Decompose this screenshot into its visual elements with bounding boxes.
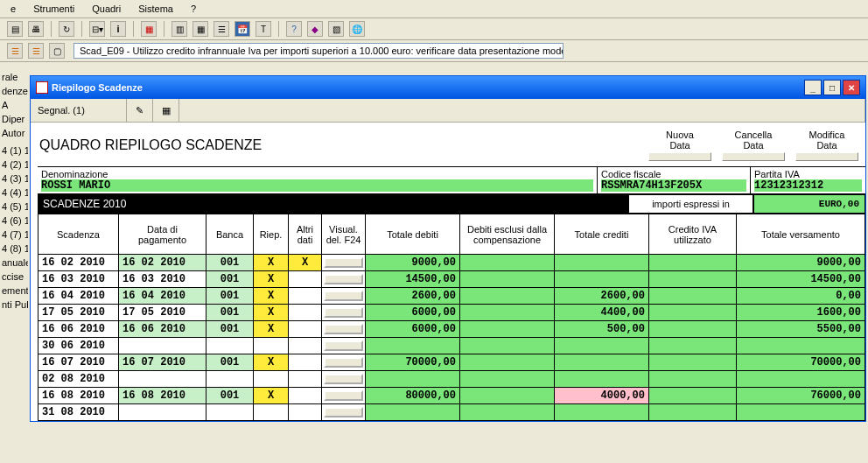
cell (366, 371, 460, 388)
f24-button[interactable] (324, 257, 363, 268)
table-row[interactable]: 17 05 201017 05 2010001X6000,004400,0016… (38, 305, 865, 321)
menu-item[interactable]: Strumenti (30, 2, 78, 16)
close-button[interactable]: ✕ (843, 80, 860, 95)
side-item[interactable]: nti Pub (0, 298, 28, 312)
cell (322, 321, 366, 338)
denom-value: ROSSI MARIO (41, 179, 593, 192)
cell (322, 404, 366, 421)
sheet-icon[interactable]: ▦ (192, 21, 208, 37)
table-row[interactable]: 16 06 201016 06 2010001X6000,00500,00550… (38, 321, 865, 338)
cell (555, 255, 649, 271)
f24-button[interactable] (324, 274, 363, 284)
side-item[interactable]: 4 (8) 1 (0, 242, 28, 256)
f24-button[interactable] (324, 324, 363, 334)
menu-item[interactable]: Quadri (88, 2, 124, 16)
table-row[interactable]: 31 08 2010 (38, 404, 865, 421)
cell (460, 371, 555, 388)
cancella-data-button[interactable]: CancellaData (722, 130, 785, 161)
cell: 16 04 2010 (119, 288, 206, 305)
lines2-icon[interactable]: ☰ (28, 43, 44, 59)
book-icon[interactable]: ◆ (307, 21, 323, 37)
side-item[interactable]: denze (0, 84, 28, 98)
lines-icon[interactable]: ☰ (7, 43, 23, 59)
f24-button[interactable] (324, 307, 363, 318)
side-item[interactable]: A (0, 98, 28, 112)
cell (289, 288, 322, 305)
new-icon[interactable]: ▤ (7, 21, 23, 37)
cell (555, 371, 649, 388)
table-row[interactable]: 16 04 201016 04 2010001X2600,002600,000,… (38, 288, 865, 305)
cell (460, 338, 555, 354)
side-item[interactable]: 4 (5) 1 (0, 200, 28, 214)
cell (289, 404, 322, 421)
table-row[interactable]: 16 03 201016 03 2010001X14500,0014500,00 (38, 271, 865, 288)
table-icon[interactable]: ▦ (141, 21, 157, 37)
f24-button[interactable] (324, 291, 363, 301)
menu-item[interactable]: e (7, 2, 19, 16)
f24-button[interactable] (324, 357, 363, 368)
cell: 001 (206, 271, 254, 288)
box-icon[interactable]: ▢ (49, 43, 65, 59)
cf-value: RSSMRA74H13F205X (601, 179, 746, 192)
cell (649, 354, 737, 371)
refresh-icon[interactable]: ↻ (59, 21, 74, 37)
tree-icon[interactable]: ⊟▾ (89, 21, 105, 37)
segnal-button[interactable]: Segnal. (1) (31, 99, 127, 122)
cell: 02 08 2010 (38, 371, 119, 388)
calc-icon[interactable]: ▦ (153, 99, 179, 122)
scadenze-band: SCADENZE 2010 (38, 194, 628, 214)
table-row[interactable]: 16 02 201016 02 2010001XX9000,009000,00 (38, 255, 865, 271)
doc-icon[interactable]: ▥ (172, 21, 187, 37)
cell (555, 338, 649, 354)
list-icon[interactable]: ☰ (214, 21, 229, 37)
side-item[interactable]: Diper (0, 112, 28, 126)
text-icon[interactable]: T (256, 21, 271, 37)
table-row[interactable]: 02 08 2010 (38, 371, 865, 388)
cell (460, 404, 555, 421)
table-row[interactable]: 16 08 201016 08 2010001X80000,004000,007… (38, 388, 865, 404)
cell: 16 08 2010 (119, 388, 206, 404)
side-item[interactable]: ementi (0, 284, 28, 298)
side-item[interactable]: Autor (0, 126, 28, 140)
cell (254, 338, 289, 354)
table-row[interactable]: 16 07 201016 07 2010001X70000,0070000,00 (38, 354, 865, 371)
print-icon[interactable]: 🖶 (28, 21, 44, 37)
cell: 14500,00 (366, 271, 460, 288)
side-item[interactable]: 4 (3) 1 (0, 172, 28, 186)
side-item[interactable]: 4 (1) 1 (0, 144, 28, 158)
cell: 16 03 2010 (119, 271, 206, 288)
info-icon[interactable]: i (110, 21, 126, 37)
table-row[interactable]: 30 06 2010 (38, 338, 865, 354)
nuova-data-button[interactable]: NuovaData (648, 130, 711, 161)
modifica-data-button[interactable]: ModificaData (795, 130, 858, 161)
side-item[interactable]: ccise (0, 270, 28, 284)
scadenze-table[interactable]: ScadenzaData di pagamentoBancaRiep.Altri… (38, 214, 865, 421)
cell (289, 388, 322, 404)
side-item[interactable]: 4 (2) 1 (0, 158, 28, 172)
help-icon[interactable]: ? (286, 21, 302, 37)
globe-icon[interactable]: 🌐 (349, 21, 365, 37)
f24-button[interactable] (324, 390, 363, 401)
menu-item[interactable]: ? (187, 2, 200, 16)
f24-button[interactable] (324, 374, 363, 384)
side-item[interactable]: 4 (6) 1 (0, 214, 28, 228)
side-item[interactable]: rale (0, 70, 28, 84)
menu-item[interactable]: Sistema (135, 2, 177, 16)
info-row: Denominazione ROSSI MARIO Codice fiscale… (38, 166, 865, 194)
chart-icon[interactable]: ▧ (328, 21, 344, 37)
cell (322, 371, 366, 388)
side-item[interactable]: 4 (4) 1 (0, 186, 28, 200)
column-header: Totale debiti (366, 214, 460, 255)
side-item[interactable]: anuale (0, 256, 28, 270)
side-item[interactable]: 4 (7) 1 (0, 228, 28, 242)
edit-icon[interactable]: ✎ (127, 99, 153, 122)
f24-button[interactable] (324, 340, 363, 351)
f24-button[interactable] (324, 407, 363, 417)
cell: 30 06 2010 (38, 338, 119, 354)
cell: X (254, 321, 289, 338)
calendar-icon[interactable]: 📅 (234, 21, 250, 37)
cell: X (254, 288, 289, 305)
cell (322, 255, 366, 271)
maximize-button[interactable]: □ (823, 80, 841, 95)
minimize-button[interactable]: _ (804, 80, 822, 95)
